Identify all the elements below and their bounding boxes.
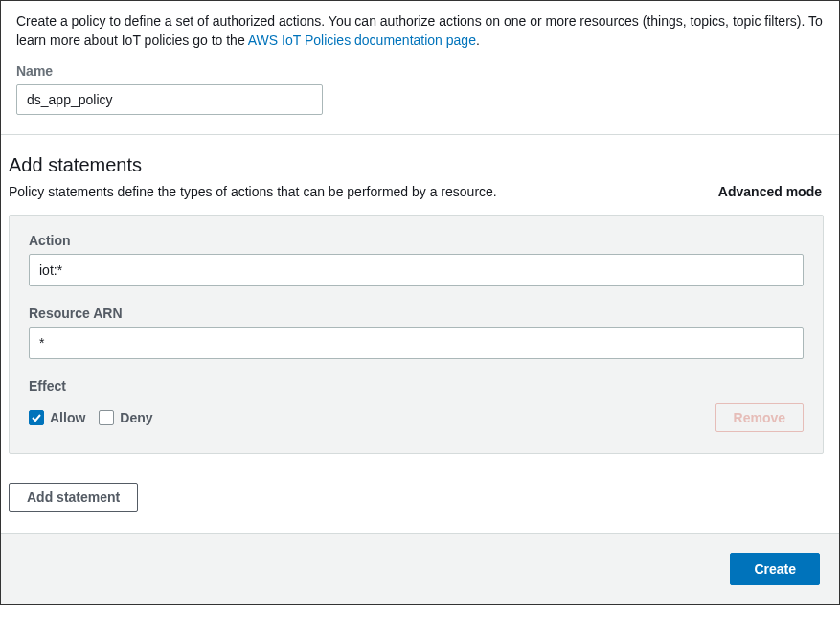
add-statement-button[interactable]: Add statement [9,483,138,512]
statements-subtext: Policy statements define the types of ac… [9,184,497,199]
advanced-mode-link[interactable]: Advanced mode [718,184,824,199]
footer-bar: Create [1,534,839,604]
checkbox-unchecked-icon [99,410,114,425]
remove-statement-button[interactable]: Remove [715,403,804,432]
deny-checkbox[interactable]: Deny [99,410,152,425]
resource-arn-input[interactable] [29,327,804,359]
deny-label: Deny [120,410,152,425]
intro-text: Create a policy to define a set of autho… [16,12,824,50]
intro-text-post: . [476,33,480,48]
statements-section: Add statements Policy statements define … [1,135,839,534]
docs-link[interactable]: AWS IoT Policies documentation page [248,33,476,48]
resource-arn-label: Resource ARN [29,306,804,321]
add-statements-heading: Add statements [9,154,824,176]
policy-name-input[interactable] [16,84,323,115]
action-input[interactable] [29,254,804,286]
effect-label: Effect [29,378,804,394]
create-button[interactable]: Create [730,553,820,585]
allow-checkbox[interactable]: Allow [29,410,85,425]
action-label: Action [29,233,804,248]
statement-box: Action Resource ARN Effect Allow [9,215,824,454]
allow-label: Allow [50,410,85,425]
name-label: Name [16,63,824,79]
policy-intro-section: Create a policy to define a set of autho… [1,1,839,135]
checkbox-checked-icon [29,410,44,425]
